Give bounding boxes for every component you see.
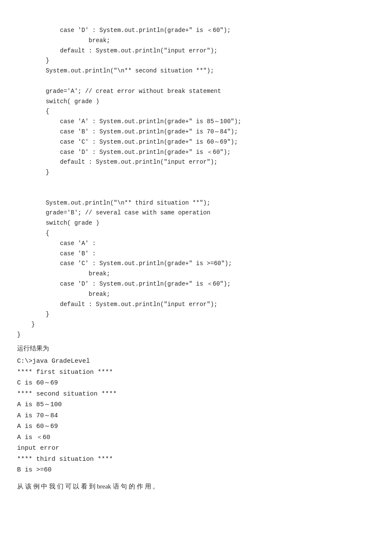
output-content: C:\>java GradeLevel **** first situation…	[17, 356, 375, 476]
code-section: case 'D' : System.out.println(grade+" is…	[17, 26, 375, 340]
comment-text: 从 该 例 中 我 们 可 以 看 到 break 语 句 的 作 用 。	[17, 481, 375, 492]
output-label: 运行结果为	[17, 344, 375, 355]
output-section: 运行结果为 C:\>java GradeLevel **** first sit…	[17, 344, 375, 476]
code-content: case 'D' : System.out.println(grade+" is…	[17, 26, 375, 340]
